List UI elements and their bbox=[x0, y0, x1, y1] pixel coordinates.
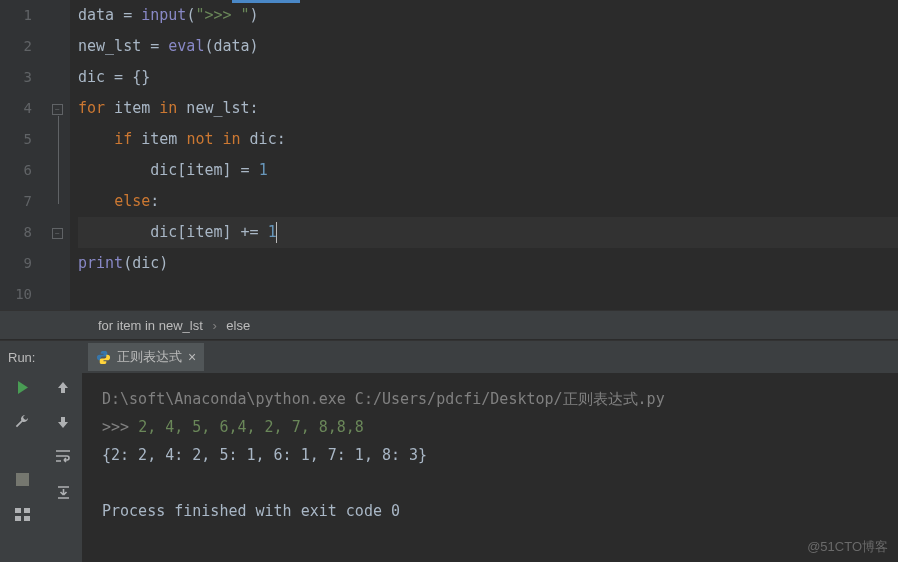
text-caret bbox=[276, 222, 277, 243]
run-tabs: 正则表达式 × bbox=[82, 341, 898, 373]
svg-rect-4 bbox=[24, 516, 30, 521]
svg-rect-0 bbox=[16, 473, 29, 486]
run-toolbar-left: Run: bbox=[0, 341, 44, 562]
console-output[interactable]: D:\soft\Anaconda\python.exe C:/Users/pdc… bbox=[82, 373, 898, 562]
close-icon[interactable]: × bbox=[188, 349, 196, 365]
python-icon bbox=[96, 350, 111, 365]
code-line: else: bbox=[78, 186, 898, 217]
console-prompt: >>> bbox=[102, 418, 138, 436]
code-line: if item not in dic: bbox=[78, 124, 898, 155]
line-number: 2 bbox=[0, 31, 32, 62]
svg-rect-1 bbox=[15, 508, 21, 513]
run-content-area: 正则表达式 × D:\soft\Anaconda\python.exe C:/U… bbox=[82, 341, 898, 562]
line-number: 5 bbox=[0, 124, 32, 155]
svg-rect-2 bbox=[24, 508, 30, 513]
run-panel-label: Run: bbox=[8, 350, 35, 365]
fold-toggle-icon[interactable]: − bbox=[52, 228, 63, 239]
code-editor[interactable]: 1 2 3 4 5 6 7 8 9 10 − − data = input(">… bbox=[0, 0, 898, 310]
line-number: 1 bbox=[0, 0, 32, 31]
breadcrumb-item[interactable]: for item in new_lst bbox=[98, 318, 203, 333]
console-input: 2, 4, 5, 6,4, 2, 7, 8,8,8 bbox=[138, 418, 364, 436]
line-number: 9 bbox=[0, 248, 32, 279]
console-result: {2: 2, 4: 2, 5: 1, 6: 1, 7: 1, 8: 3} bbox=[102, 446, 427, 464]
line-number: 7 bbox=[0, 186, 32, 217]
line-number: 6 bbox=[0, 155, 32, 186]
down-arrow-icon[interactable] bbox=[53, 412, 73, 432]
code-line-active: dic[item] += 1 bbox=[78, 217, 898, 248]
fold-gutter: − − bbox=[48, 0, 70, 310]
code-line: dic[item] = 1 bbox=[78, 155, 898, 186]
code-line bbox=[78, 279, 898, 310]
up-arrow-icon[interactable] bbox=[53, 377, 73, 397]
run-button[interactable] bbox=[12, 377, 32, 397]
soft-wrap-icon[interactable] bbox=[53, 447, 73, 467]
code-line: data = input(">>> ") bbox=[78, 0, 898, 31]
stop-button[interactable] bbox=[12, 469, 32, 489]
line-number-gutter: 1 2 3 4 5 6 7 8 9 10 bbox=[0, 0, 48, 310]
indent-line bbox=[58, 116, 59, 204]
console-exit: Process finished with exit code 0 bbox=[102, 502, 400, 520]
layout-icon[interactable] bbox=[12, 504, 32, 524]
run-tool-window: Run: 正则表达式 × bbox=[0, 340, 898, 562]
watermark: @51CTO博客 bbox=[807, 538, 888, 556]
code-content[interactable]: data = input(">>> ") new_lst = eval(data… bbox=[70, 0, 898, 310]
svg-rect-3 bbox=[15, 516, 21, 521]
line-number: 8 bbox=[0, 217, 32, 248]
code-line: new_lst = eval(data) bbox=[78, 31, 898, 62]
tab-label: 正则表达式 bbox=[117, 348, 182, 366]
breadcrumb[interactable]: for item in new_lst › else bbox=[0, 310, 898, 340]
console-path: D:\soft\Anaconda\python.exe C:/Users/pdc… bbox=[102, 390, 665, 408]
breadcrumb-item[interactable]: else bbox=[226, 318, 250, 333]
chevron-right-icon: › bbox=[212, 318, 216, 333]
code-line: print(dic) bbox=[78, 248, 898, 279]
run-toolbar-mid bbox=[44, 341, 82, 562]
code-line: for item in new_lst: bbox=[78, 93, 898, 124]
fold-toggle-icon[interactable]: − bbox=[52, 104, 63, 115]
scroll-to-end-icon[interactable] bbox=[53, 482, 73, 502]
run-tab[interactable]: 正则表达式 × bbox=[88, 343, 204, 371]
line-number: 3 bbox=[0, 62, 32, 93]
line-number: 10 bbox=[0, 279, 32, 310]
wrench-icon[interactable] bbox=[12, 412, 32, 432]
code-line: dic = {} bbox=[78, 62, 898, 93]
line-number: 4 bbox=[0, 93, 32, 124]
